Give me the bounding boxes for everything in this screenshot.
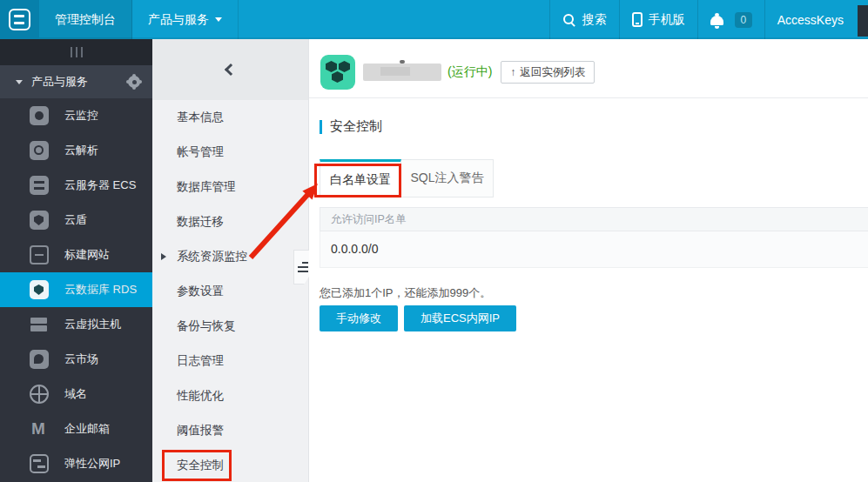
- sidebar-item-ecs[interactable]: 云服务器 ECS: [0, 168, 152, 203]
- search-label: 搜索: [582, 12, 607, 28]
- logo[interactable]: [0, 0, 39, 39]
- submenu-item-migration[interactable]: 数据迁移: [152, 204, 308, 239]
- chevron-down-icon: [16, 80, 23, 88]
- topnav-console[interactable]: 管理控制台: [39, 0, 132, 39]
- sidebar-item-eip[interactable]: 弹性公网IP: [0, 446, 152, 481]
- page-title: 安全控制: [320, 118, 382, 135]
- topnav-console-label: 管理控制台: [55, 12, 116, 28]
- sidebar-item-label: 云数据库 RDS: [64, 282, 137, 298]
- sidebar-item-label: 云盾: [64, 212, 87, 228]
- phone-icon: [632, 12, 643, 27]
- submenu-item-label: 性能优化: [177, 388, 224, 404]
- rds-instance-avatar: [320, 55, 355, 90]
- search-icon: [562, 13, 576, 27]
- sidebar-item-dns[interactable]: 云解析: [0, 133, 152, 168]
- sidebar-item-label: 云市场: [64, 351, 98, 367]
- sidebar-item-market[interactable]: 云市场: [0, 342, 152, 377]
- aliyun-logo-icon: [9, 9, 30, 30]
- submenu-item-label: 数据库管理: [177, 179, 236, 195]
- website-icon: [30, 245, 49, 264]
- submenu-item-label: 参数设置: [177, 284, 224, 299]
- manual-modify-button[interactable]: 手动修改: [320, 305, 398, 331]
- submenu-item-label: 日志管理: [177, 353, 224, 369]
- sidebar-item-virtual-host[interactable]: 云虚拟主机: [0, 307, 152, 342]
- status-badge: (运行中): [447, 64, 492, 80]
- mobile-version-button[interactable]: 手机版: [619, 0, 697, 39]
- sidebar-collapse-strip[interactable]: [0, 39, 152, 65]
- submenu-item-label: 帐号管理: [177, 144, 224, 160]
- sidebar-header-label: 产品与服务: [31, 74, 88, 90]
- submenu-item-label: 基本信息: [177, 110, 224, 125]
- topbar-spacer: [239, 0, 549, 39]
- tab-label: SQL注入警告: [410, 171, 483, 186]
- sidebar-item-clouddun[interactable]: 云盾: [0, 203, 152, 238]
- table-header: 允许访问IP名单: [320, 207, 868, 231]
- sidebar: 产品与服务 云监控 云解析 云服务器 ECS 云盾 标建网站 云数据库 RDS: [0, 39, 152, 482]
- tab-whitelist[interactable]: 白名单设置: [320, 159, 401, 197]
- cloud-monitor-icon: [30, 106, 49, 125]
- main-content: (运行中) 返回实例列表 安全控制 白名单设置 SQL注入警告 允许访问IP名单…: [309, 39, 868, 482]
- sidebar-item-label: 云虚拟主机: [64, 317, 121, 332]
- topnav-products-menu[interactable]: 产品与服务: [132, 0, 239, 39]
- eip-icon: [30, 454, 49, 473]
- sidebar-item-label: 标建网站: [64, 247, 110, 263]
- cutoff-element: [858, 5, 868, 37]
- bell-icon: [710, 16, 723, 25]
- accesskeys-label: AccessKeys: [777, 13, 844, 27]
- host-icon: [30, 315, 49, 334]
- submenu-item-logs[interactable]: 日志管理: [152, 344, 308, 378]
- submenu-item-account[interactable]: 帐号管理: [152, 135, 308, 170]
- submenu-item-label: 备份与恢复: [177, 318, 236, 334]
- submenu-item-resource-monitor[interactable]: 系统资源监控: [152, 239, 308, 274]
- submenu-item-security-control[interactable]: 安全控制: [152, 448, 308, 482]
- submenu-item-backup[interactable]: 备份与恢复: [152, 309, 308, 344]
- submenu-item-database[interactable]: 数据库管理: [152, 170, 308, 204]
- sidebar-item-website[interactable]: 标建网站: [0, 238, 152, 272]
- divider: [309, 97, 868, 98]
- tab-sql-injection[interactable]: SQL注入警告: [401, 159, 494, 197]
- database-icon: [30, 280, 49, 299]
- submenu-item-label: 数据迁移: [177, 214, 224, 230]
- sidebar-item-mail[interactable]: 企业邮箱: [0, 412, 152, 446]
- sidebar-item-cloud-monitor[interactable]: 云监控: [0, 98, 152, 133]
- dns-icon: [30, 141, 49, 160]
- topbar: 管理控制台 产品与服务 搜索 手机版 0 AccessKeys: [0, 0, 868, 39]
- submenu-item-threshold-alarm[interactable]: 阈值报警: [152, 413, 308, 448]
- whitelist-count-note: 您已添加1个IP，还能添加999个。: [320, 285, 491, 301]
- back-button-label: 返回实例列表: [520, 65, 585, 80]
- sidebar-item-domain[interactable]: 域名: [0, 377, 152, 412]
- submenu-item-label: 阈值报警: [177, 423, 224, 438]
- return-arrow-icon: [510, 66, 515, 78]
- submenu-item-performance[interactable]: 性能优化: [152, 378, 308, 413]
- market-icon: [30, 350, 49, 369]
- mobile-label: 手机版: [649, 12, 685, 28]
- sidebar-header-products[interactable]: 产品与服务: [0, 65, 152, 98]
- notification-badge: 0: [735, 12, 752, 28]
- action-buttons: 手动修改 加载ECS内网IP: [320, 305, 516, 331]
- chevron-right-icon: [161, 253, 170, 260]
- sidebar-item-label: 企业邮箱: [64, 421, 110, 437]
- search-button[interactable]: 搜索: [549, 0, 619, 39]
- shield-icon: [30, 211, 49, 230]
- submenu-item-parameters[interactable]: 参数设置: [152, 274, 308, 309]
- tab-label: 白名单设置: [330, 172, 391, 188]
- instance-name-redacted: [363, 64, 441, 81]
- mail-icon: [30, 419, 49, 438]
- sidebar-item-rds[interactable]: 云数据库 RDS: [0, 272, 152, 307]
- submenu-item-label: 系统资源监控: [177, 249, 247, 264]
- back-to-instance-list-button[interactable]: 返回实例列表: [501, 61, 595, 84]
- notifications-button[interactable]: 0: [697, 0, 764, 39]
- chevron-left-icon: [224, 64, 236, 76]
- load-ecs-ip-button[interactable]: 加载ECS内网IP: [404, 305, 516, 331]
- server-icon: [30, 176, 49, 195]
- sidebar-item-label: 弹性公网IP: [64, 456, 120, 472]
- sidebar-item-label: 云解析: [64, 143, 98, 158]
- submenu-collapse-button[interactable]: [152, 39, 308, 100]
- gear-icon[interactable]: [128, 76, 140, 88]
- submenu: 基本信息 帐号管理 数据库管理 数据迁移 系统资源监控 参数设置 备份与恢复 日…: [152, 39, 309, 482]
- instance-header: (运行中) 返回实例列表: [320, 54, 595, 90]
- page-title-text: 安全控制: [330, 118, 382, 135]
- submenu-item-basic-info[interactable]: 基本信息: [152, 100, 308, 135]
- topnav-products-label: 产品与服务: [148, 12, 209, 28]
- accesskeys-link[interactable]: AccessKeys: [764, 0, 856, 39]
